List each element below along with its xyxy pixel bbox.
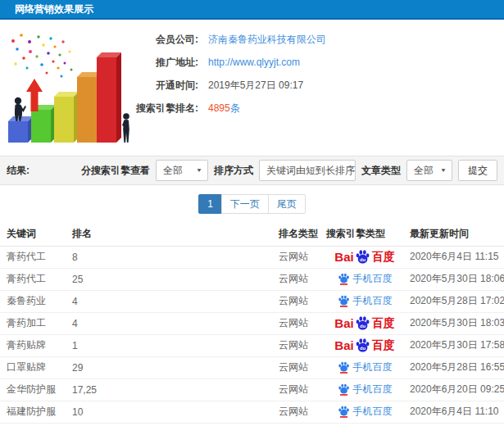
baidu-paw-icon: du xyxy=(355,338,370,353)
mobile-baidu-logo: 手机百度 xyxy=(338,360,393,374)
bar-yellow xyxy=(54,92,79,143)
updated-cell: 2020年5月28日 16:55 xyxy=(403,356,504,378)
rank-cell: 4 xyxy=(66,312,272,334)
engine-cell: Bai du 百度 xyxy=(320,401,403,423)
baidu-logo: Bai du 百度 xyxy=(334,249,394,265)
rank-cell: 1 xyxy=(66,334,272,356)
engine-cell: Bai du 百度 xyxy=(320,378,403,401)
keyword-cell xyxy=(0,423,66,426)
mobile-baidu-logo: 手机百度 xyxy=(338,383,393,397)
rank-cell: 25 xyxy=(66,268,272,290)
info-row-open-time: 开通时间: 2019年5月27日 09:17 xyxy=(123,74,504,97)
page-title: 网络营销效果展示 xyxy=(15,2,93,16)
engine-filter-label: 分搜索引擎查看 xyxy=(81,164,150,178)
engine-cell: Bai du 百度 xyxy=(320,334,403,356)
engine-filter-value: 全部 xyxy=(163,164,183,178)
thinking-man-figure xyxy=(122,113,129,143)
baidu-du-text: du xyxy=(360,257,366,262)
table-header-row: 关键词 排名 排名类型 搜索引擎类型 最新更新时间 xyxy=(0,223,504,246)
col-header-keyword: 关键词 xyxy=(0,223,66,246)
table-row: Bai du 百度 xyxy=(0,423,504,426)
baidu-paw-icon: du xyxy=(355,249,370,265)
article-type-select[interactable]: 全部 ▼ xyxy=(406,160,452,181)
keyword-cell: 膏药贴牌 xyxy=(0,334,66,356)
engine-cell: Bai du 百度 xyxy=(320,312,403,334)
rank-type-cell: 云网站 xyxy=(272,246,320,268)
updated-cell xyxy=(403,423,504,426)
col-header-rank-type: 排名类型 xyxy=(272,223,320,246)
confetti-dots xyxy=(11,34,73,77)
col-header-engine-type: 搜索引擎类型 xyxy=(320,223,403,246)
rank-count-number: 4895 xyxy=(208,102,230,114)
info-section: 会员公司: 济南秦鲁药业科技有限公司 推广地址: http://www.qlyy… xyxy=(0,20,504,156)
keyword-cell: 膏药代工 xyxy=(0,268,66,290)
rank-count-value: 4895条 xyxy=(208,102,240,116)
sort-filter-label: 排序方式 xyxy=(214,164,253,178)
mobile-baidu-paw-icon xyxy=(338,295,350,307)
filter-controls: 分搜索引擎查看 全部 ▼ 排序方式 关键词由短到长排序 ▼ 文章类型 全部 ▼ … xyxy=(81,160,497,181)
results-table: 关键词 排名 排名类型 搜索引擎类型 最新更新时间 膏药代工 8 云网站 Bai… xyxy=(0,223,504,426)
baidu-logo: Bai du 百度 xyxy=(334,338,394,353)
rank-cell: 29 xyxy=(66,356,272,378)
engine-cell: Bai du 百度 xyxy=(320,268,403,290)
table-row: 膏药加工 4 云网站 Bai du 百度 xyxy=(0,312,504,334)
table-row: 膏药代工 25 云网站 Bai du 百度 xyxy=(0,268,504,290)
keyword-cell: 膏药加工 xyxy=(0,312,66,334)
rank-type-cell: 云网站 xyxy=(272,401,320,423)
info-row-url: 推广地址: http://www.qlyyjt.com xyxy=(123,51,504,74)
baidu-logo-text: Bai xyxy=(334,316,353,330)
mobile-baidu-paw-icon xyxy=(338,361,350,374)
keyword-cell: 秦鲁药业 xyxy=(0,290,66,312)
rank-type-cell: 云网站 xyxy=(272,268,320,290)
engine-filter-select[interactable]: 全部 ▼ xyxy=(156,160,208,181)
rank-cell: 8 xyxy=(66,246,272,268)
chevron-down-icon: ▼ xyxy=(196,167,202,173)
company-link[interactable]: 济南秦鲁药业科技有限公司 xyxy=(208,33,326,47)
rank-type-cell: 云网站 xyxy=(272,312,320,334)
col-header-updated: 最新更新时间 xyxy=(403,223,504,246)
submit-button[interactable]: 提交 xyxy=(458,160,497,181)
baidu-du-text: du xyxy=(360,346,366,351)
member-info: 会员公司: 济南秦鲁药业科技有限公司 推广地址: http://www.qlyy… xyxy=(123,20,504,120)
page-title-bar: 网络营销效果展示 xyxy=(0,0,504,20)
next-page-button[interactable]: 下一页 xyxy=(221,194,269,214)
page-1-button[interactable]: 1 xyxy=(198,194,222,214)
mobile-baidu-logo: 手机百度 xyxy=(338,272,393,286)
baidu-logo-cn-text: 百度 xyxy=(372,316,395,331)
open-time-label: 开通时间: xyxy=(123,79,198,93)
updated-cell: 2020年5月28日 17:02 xyxy=(403,290,504,312)
table-row: 膏药贴牌 1 云网站 Bai du 百度 xyxy=(0,334,504,356)
engine-cell: Bai du 百度 xyxy=(320,290,403,312)
rank-type-cell xyxy=(272,423,320,426)
engine-cell: Bai du 百度 xyxy=(320,423,403,426)
table-row: 口罩贴牌 29 云网站 Bai du 百度 xyxy=(0,356,504,378)
mobile-baidu-paw-icon xyxy=(338,383,350,396)
last-page-button[interactable]: 尾页 xyxy=(268,194,306,214)
mobile-baidu-logo: 手机百度 xyxy=(338,405,393,419)
sort-filter-select[interactable]: 关键词由短到长排序 ▼ xyxy=(259,160,356,181)
chevron-down-icon: ▼ xyxy=(440,167,447,173)
keyword-cell: 口罩贴牌 xyxy=(0,356,66,378)
baidu-logo-text: Bai xyxy=(334,250,353,264)
rank-cell: 4 xyxy=(66,290,272,312)
open-time-value: 2019年5月27日 09:17 xyxy=(208,79,303,93)
rank-type-cell: 云网站 xyxy=(272,356,320,378)
promo-url-link[interactable]: http://www.qlyyjt.com xyxy=(208,57,300,68)
keyword-cell: 金华防护服 xyxy=(0,378,66,401)
company-label: 会员公司: xyxy=(123,33,198,47)
mobile-baidu-logo: 手机百度 xyxy=(338,294,393,308)
keyword-cell: 福建防护服 xyxy=(0,401,66,423)
promo-url-label: 推广地址: xyxy=(123,56,198,70)
mobile-baidu-paw-icon xyxy=(338,406,350,418)
rank-count-label: 搜索引擎排名: xyxy=(123,102,198,116)
results-table-body: 膏药代工 8 云网站 Bai du 百度 xyxy=(0,246,504,426)
table-row: 秦鲁药业 4 云网站 Bai du 百度 xyxy=(0,290,504,312)
updated-cell: 2020年6月4日 11:10 xyxy=(403,401,504,423)
updated-cell: 2020年5月30日 18:06 xyxy=(403,268,504,290)
sort-filter-value: 关键词由短到长排序 xyxy=(266,164,355,178)
baidu-du-text: du xyxy=(360,324,366,329)
baidu-logo: Bai du 百度 xyxy=(334,315,394,331)
rank-count-unit: 条 xyxy=(230,102,240,114)
page: 网络营销效果展示 xyxy=(0,0,504,426)
filter-bar: 结果: 分搜索引擎查看 全部 ▼ 排序方式 关键词由短到长排序 ▼ 文章类型 全… xyxy=(0,156,504,185)
